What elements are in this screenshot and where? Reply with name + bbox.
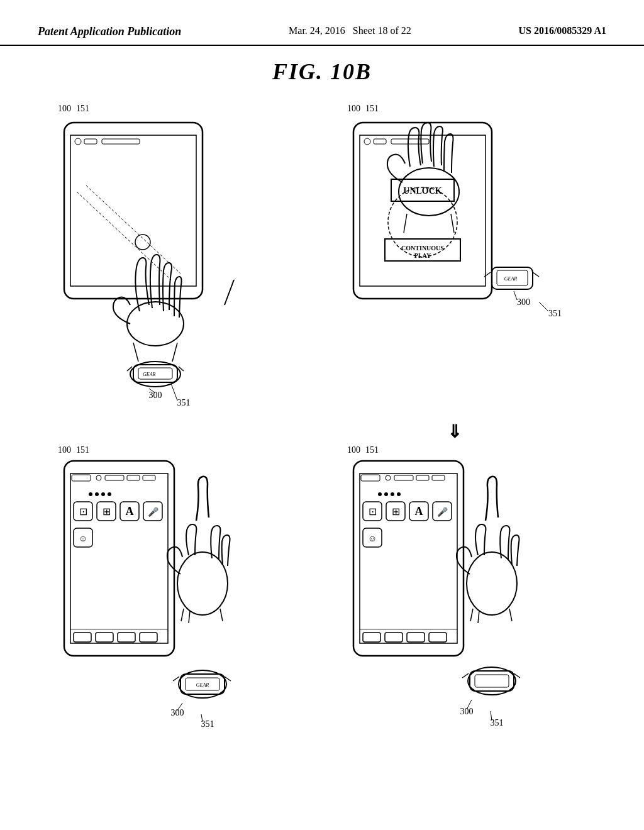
patent-number: US 2016/0085329 A1	[518, 25, 606, 36]
svg-point-56	[108, 492, 111, 496]
svg-rect-24	[360, 135, 486, 286]
svg-text:351: 351	[201, 719, 214, 729]
svg-point-94	[384, 492, 388, 496]
svg-line-9	[133, 343, 138, 362]
svg-rect-3	[84, 139, 97, 144]
svg-rect-91	[416, 475, 429, 480]
svg-line-6	[86, 185, 180, 274]
svg-line-73	[181, 609, 184, 621]
svg-rect-67	[70, 629, 168, 629]
svg-text:⊞: ⊞	[103, 506, 111, 517]
main-content: FIG. 10B 100 151	[0, 46, 644, 747]
svg-rect-107	[360, 629, 457, 629]
svg-point-49	[96, 475, 101, 480]
svg-text:🎤: 🎤	[148, 507, 159, 517]
svg-text:GEAR: GEAR	[196, 682, 209, 688]
svg-point-54	[95, 492, 99, 496]
svg-rect-68	[74, 633, 91, 642]
svg-rect-23	[353, 123, 492, 299]
svg-line-41	[533, 272, 539, 277]
bottom-right-labels: 100 151	[347, 445, 379, 455]
bottom-left-labels: 100 151	[58, 445, 89, 455]
label-100-tr: 100	[347, 104, 360, 114]
svg-line-45	[539, 302, 548, 311]
svg-text:300: 300	[171, 708, 184, 717]
svg-text:🎤: 🎤	[437, 507, 448, 517]
svg-text:351: 351	[177, 398, 191, 407]
publication-title: Patent Application Publication	[38, 25, 181, 38]
diagram-bottom-left: 100 151	[39, 445, 316, 747]
svg-text:351: 351	[548, 309, 562, 318]
svg-rect-71	[140, 633, 157, 642]
top-left-labels: 100 151	[58, 104, 89, 114]
svg-line-115	[509, 609, 512, 621]
svg-line-119	[462, 673, 469, 678]
bottom-diagram-row: 100 151	[39, 445, 605, 747]
diagram-top-right: 100 151 UNLOCK CONTINUOUS PLAY	[328, 104, 605, 418]
svg-point-93	[378, 492, 382, 496]
svg-rect-51	[127, 475, 140, 480]
svg-rect-69	[96, 633, 113, 642]
label-151-br: 151	[365, 445, 379, 455]
diagram-top-left: 100 151	[39, 104, 316, 418]
label-100-br: 100	[347, 445, 360, 455]
svg-rect-118	[475, 675, 509, 687]
svg-line-43	[514, 291, 517, 300]
figure-title: FIG. 10B	[272, 58, 372, 85]
svg-rect-108	[363, 633, 380, 642]
svg-rect-70	[118, 633, 135, 642]
svg-point-8	[127, 302, 184, 346]
top-right-labels: 100 151	[347, 104, 379, 114]
top-left-svg: GEAR 300 351	[45, 116, 309, 418]
top-diagram-row: 100 151	[39, 104, 605, 418]
svg-line-10	[172, 343, 177, 362]
svg-point-112	[467, 552, 517, 615]
svg-rect-111	[429, 633, 447, 642]
label-100-bl: 100	[58, 445, 71, 455]
svg-rect-52	[143, 475, 155, 480]
svg-rect-109	[385, 633, 402, 642]
svg-line-5	[77, 192, 171, 280]
svg-rect-26	[374, 139, 386, 144]
svg-line-80	[173, 677, 179, 681]
svg-text:⊞: ⊞	[392, 506, 400, 517]
svg-rect-48	[72, 475, 91, 481]
arrow-row: ⇓	[39, 418, 605, 445]
svg-rect-46	[64, 461, 174, 656]
svg-text:CONTINUOUS: CONTINUOUS	[401, 245, 444, 252]
header-date-sheet: Mar. 24, 2016 Sheet 18 of 22	[289, 25, 411, 36]
svg-text:A: A	[126, 505, 134, 517]
svg-rect-0	[64, 123, 203, 299]
svg-point-55	[101, 492, 105, 496]
svg-point-53	[89, 492, 92, 496]
svg-point-96	[397, 492, 401, 496]
svg-text:300: 300	[460, 707, 474, 716]
svg-line-21	[225, 280, 234, 305]
svg-rect-117	[470, 671, 514, 691]
svg-point-2	[75, 138, 81, 145]
down-arrow-icon: ⇓	[447, 421, 462, 442]
label-151-tl: 151	[76, 104, 89, 114]
svg-text:300: 300	[517, 297, 530, 307]
svg-rect-110	[407, 633, 425, 642]
svg-rect-4	[102, 139, 140, 144]
publication-date: Mar. 24, 2016	[289, 25, 345, 36]
svg-marker-22	[230, 277, 237, 284]
svg-rect-47	[70, 473, 168, 643]
svg-line-74	[189, 611, 190, 623]
svg-rect-88	[361, 475, 380, 481]
top-right-svg: UNLOCK CONTINUOUS PLAY	[335, 116, 599, 418]
svg-line-35	[404, 214, 407, 233]
svg-line-20	[171, 384, 177, 401]
svg-point-89	[386, 475, 391, 480]
page-header: Patent Application Publication Mar. 24, …	[0, 0, 644, 46]
svg-text:351: 351	[491, 718, 504, 728]
diagram-bottom-right: 100 151	[328, 445, 605, 747]
label-100-tl: 100	[58, 104, 71, 114]
svg-line-113	[470, 609, 473, 621]
svg-text:GEAR: GEAR	[504, 276, 518, 282]
svg-point-25	[364, 138, 370, 145]
svg-text:☺: ☺	[79, 534, 87, 543]
svg-text:GEAR: GEAR	[143, 372, 156, 377]
svg-rect-1	[70, 135, 196, 286]
